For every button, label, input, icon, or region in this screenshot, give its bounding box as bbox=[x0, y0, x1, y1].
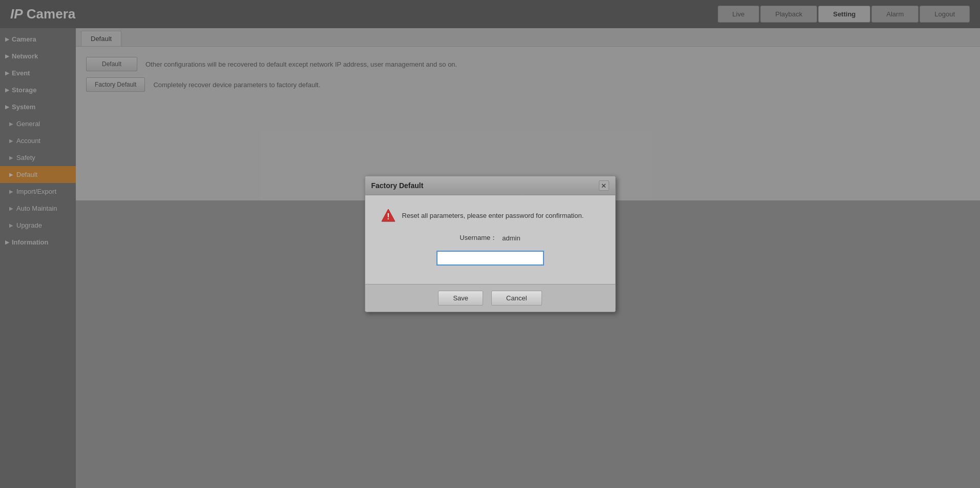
factory-default-dialog: Factory Default ✕ ! Reset all parameters… bbox=[365, 176, 616, 312]
svg-text:!: ! bbox=[387, 212, 389, 221]
username-value: admin bbox=[502, 234, 520, 242]
password-input[interactable] bbox=[436, 251, 544, 266]
dialog-username-row: Username： admin bbox=[381, 233, 600, 242]
dialog-body: ! Reset all parameters, please enter pas… bbox=[365, 195, 615, 284]
dialog-cancel-button[interactable]: Cancel bbox=[491, 291, 541, 306]
dialog-title: Factory Default bbox=[371, 181, 424, 190]
dialog-overlay: Factory Default ✕ ! Reset all parameters… bbox=[0, 0, 980, 488]
dialog-password-row bbox=[381, 251, 600, 266]
username-label: Username： bbox=[460, 233, 497, 242]
dialog-save-button[interactable]: Save bbox=[438, 291, 483, 306]
dialog-message-row: ! Reset all parameters, please enter pas… bbox=[381, 208, 600, 223]
dialog-message-text: Reset all parameters, please enter passw… bbox=[402, 212, 584, 219]
warning-icon: ! bbox=[381, 208, 396, 223]
dialog-title-bar: Factory Default ✕ bbox=[365, 176, 615, 195]
dialog-footer: Save Cancel bbox=[365, 284, 615, 312]
dialog-close-button[interactable]: ✕ bbox=[599, 180, 609, 191]
